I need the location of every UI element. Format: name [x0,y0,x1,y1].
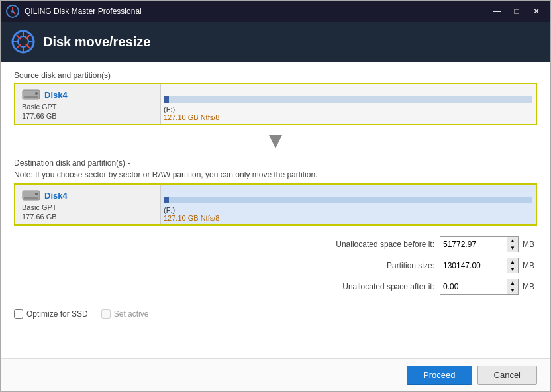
titlebar-title: QILING Disk Master Professional [25,7,488,16]
unallocated-after-input-wrap: ▲ ▼ [440,279,519,295]
cancel-button[interactable]: Cancel [477,366,537,385]
set-active-checkbox [101,309,111,318]
dest-note: Note: If you choose sector by sector or … [14,170,537,179]
destination-section: Destination disk and partition(s) - Note… [14,158,537,226]
dest-partition-bar-fill [164,197,169,203]
unallocated-before-spin-down[interactable]: ▼ [507,244,518,252]
source-disk-info: Disk4 Basic GPT 177.66 GB [15,84,161,124]
app-icon [6,5,19,18]
dest-partition-size: 127.10 GB Ntfs/8 [164,214,532,222]
source-disk-size: 177.66 GB [22,112,154,120]
titlebar-controls: — □ ✕ [488,5,545,18]
source-disk-name: Disk4 [22,88,154,101]
dest-disk-card: Disk4 Basic GPT 177.66 GB (F:) 127.10 GB… [14,183,537,226]
proceed-button[interactable]: Proceed [407,366,472,385]
checkbox-row: Optimize for SSD Set active [14,309,537,318]
source-partition: (F:) 127.10 GB Ntfs/8 [161,84,536,124]
dest-disk-type: Basic GPT [22,203,154,211]
unallocated-after-spin-down[interactable]: ▼ [507,287,518,294]
maximize-button[interactable]: □ [508,5,525,18]
set-active-label: Set active [101,309,149,318]
svg-point-10 [35,193,38,195]
partition-size-input-wrap: ▲ ▼ [440,258,519,273]
dest-disk-size: 177.66 GB [22,213,154,220]
dest-partition-bar-rest [169,197,532,203]
dialog-content: Source disk and partition(s) Disk4 Basic… [1,62,550,358]
unallocated-after-spinner: ▲ ▼ [507,279,518,294]
source-hdd-icon [22,88,40,101]
svg-marker-7 [269,135,282,148]
source-label: Source disk and partition(s) [14,71,537,80]
unallocated-after-label: Unallocated space after it: [342,282,434,291]
unallocated-before-spinner: ▲ ▼ [507,237,518,252]
dest-partition-label: (F:) [164,206,532,214]
dest-disk-name: Disk4 [22,189,154,202]
partition-size-input[interactable] [440,258,507,273]
source-partition-bar-rest [169,96,532,103]
unallocated-before-unit: MB [523,240,537,249]
partition-size-label: Partition size: [387,261,434,270]
dest-label: Destination disk and partition(s) - [14,158,537,168]
partition-size-spin-up[interactable]: ▲ [507,258,518,266]
source-partition-bar-fill [164,96,169,103]
unallocated-after-unit: MB [523,282,537,291]
unallocated-after-input[interactable] [440,279,507,294]
header-icon [11,30,35,54]
source-partition-label: (F:) [164,105,532,113]
arrow-container [14,132,537,152]
dialog-header: Disk move/resize [1,22,550,62]
unallocated-before-input[interactable] [440,237,507,252]
dialog-footer: Proceed Cancel [1,358,550,391]
close-button[interactable]: ✕ [528,5,545,18]
svg-point-6 [35,92,38,95]
source-partition-size: 127.10 GB Ntfs/8 [164,113,532,121]
down-arrow-icon [266,132,285,152]
partition-size-spinner: ▲ ▼ [507,258,518,273]
header-title: Disk move/resize [43,34,150,50]
partition-size-unit: MB [523,261,537,270]
partition-size-spin-down[interactable]: ▼ [507,266,518,273]
unallocated-after-row: Unallocated space after it: ▲ ▼ MB [14,279,537,295]
partition-size-row: Partition size: ▲ ▼ MB [14,258,537,273]
titlebar: QILING Disk Master Professional — □ ✕ [1,1,550,22]
svg-rect-9 [24,197,38,199]
optimize-ssd-label[interactable]: Optimize for SSD [14,309,88,318]
minimize-button[interactable]: — [488,5,505,18]
dest-hdd-icon [22,189,40,202]
dest-disk-info: Disk4 Basic GPT 177.66 GB [15,185,161,224]
svg-rect-5 [24,96,38,98]
source-disk-card: Disk4 Basic GPT 177.66 GB (F:) 127.10 GB… [14,83,537,125]
svg-point-1 [11,10,14,13]
source-disk-type: Basic GPT [22,103,154,111]
optimize-ssd-checkbox[interactable] [14,309,23,318]
source-section: Source disk and partition(s) Disk4 Basic… [14,71,537,125]
dest-partition: (F:) 127.10 GB Ntfs/8 [161,185,536,224]
fields-section: Unallocated space before it: ▲ ▼ MB Part… [14,236,537,300]
unallocated-before-row: Unallocated space before it: ▲ ▼ MB [14,236,537,252]
unallocated-before-spin-up[interactable]: ▲ [507,237,518,244]
unallocated-before-input-wrap: ▲ ▼ [440,236,519,252]
unallocated-before-label: Unallocated space before it: [336,240,434,249]
main-window: QILING Disk Master Professional — □ ✕ Di… [0,0,551,392]
unallocated-after-spin-up[interactable]: ▲ [507,279,518,287]
